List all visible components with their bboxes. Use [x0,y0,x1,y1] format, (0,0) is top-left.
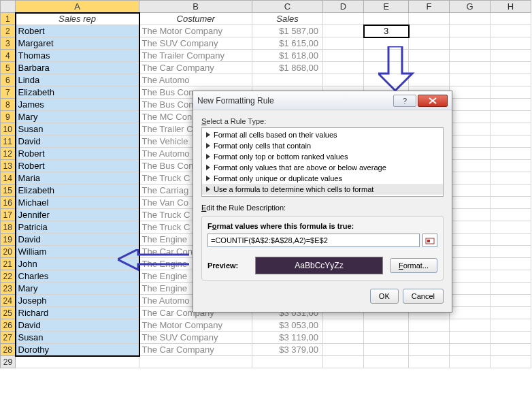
rule-type-item[interactable]: Use a formula to determine which cells t… [202,184,443,195]
cell[interactable]: The SUV Company [139,37,252,50]
cell[interactable] [450,221,491,234]
dialog-titlebar[interactable]: New Formatting Rule ? [193,91,452,110]
cell[interactable] [491,246,531,258]
cell[interactable]: William [16,246,139,258]
cell[interactable]: David [16,135,139,148]
row-header[interactable]: 26 [1,319,16,332]
cell[interactable] [491,13,531,25]
cell[interactable] [323,344,364,356]
cell[interactable] [252,356,323,368]
row-header[interactable]: 16 [1,197,16,209]
column-header-D[interactable]: D [323,1,364,13]
cell[interactable] [491,25,531,37]
cell[interactable] [323,319,364,332]
cell[interactable] [450,172,491,185]
cell[interactable] [323,62,364,74]
cell[interactable] [252,74,323,86]
row-header[interactable]: 13 [1,160,16,172]
row-header[interactable]: 28 [1,344,16,356]
cell[interactable] [491,99,531,111]
cell[interactable] [450,111,491,123]
cell[interactable]: Michael [16,197,139,209]
cell[interactable] [491,50,531,62]
cell[interactable]: James [16,99,139,111]
cell[interactable]: Patricia [16,221,139,234]
cell[interactable] [450,356,491,368]
cell[interactable]: John [16,258,139,270]
cell[interactable]: Susan [16,123,139,135]
cell[interactable] [409,50,450,62]
cell[interactable] [491,221,531,234]
cell[interactable] [364,74,409,86]
row-header[interactable]: 29 [1,356,16,368]
cell[interactable]: Costumer [139,13,252,25]
cell[interactable] [409,37,450,50]
cell[interactable]: David [16,319,139,332]
cell[interactable] [364,62,409,74]
cell[interactable]: $3 053,00 [252,319,323,332]
cell[interactable]: Margaret [16,37,139,50]
cell[interactable] [409,332,450,344]
cell[interactable] [491,135,531,148]
cell[interactable] [364,13,409,25]
row-header[interactable]: 5 [1,62,16,74]
cell[interactable] [450,50,491,62]
rule-type-list[interactable]: Format all cells based on their valuesFo… [201,127,444,197]
cell[interactable]: Maria [16,172,139,185]
cell[interactable]: Mary [16,283,139,295]
cell[interactable]: $1 618,00 [252,50,323,62]
cell-E2[interactable]: 3 [364,25,409,37]
cell[interactable]: Richard [16,307,139,319]
row-header[interactable]: 22 [1,270,16,283]
cell[interactable] [450,37,491,50]
cell[interactable] [364,37,409,50]
cell[interactable]: The Automo [139,74,252,86]
cell[interactable] [491,86,531,99]
cell[interactable]: Barbara [16,62,139,74]
cell[interactable] [491,307,531,319]
cell[interactable] [450,86,491,99]
cell[interactable] [450,234,491,246]
row-header[interactable]: 10 [1,123,16,135]
column-header-E[interactable]: E [364,1,409,13]
rule-type-item[interactable]: Format all cells based on their values [202,129,443,140]
cell[interactable] [364,344,409,356]
cell[interactable]: Mary [16,111,139,123]
cell[interactable] [491,62,531,74]
ok-button[interactable]: OK [370,289,399,304]
cell[interactable]: Robert [16,25,139,37]
cell[interactable] [450,258,491,270]
cell[interactable] [323,74,364,86]
cell[interactable] [409,344,450,356]
cell[interactable] [450,148,491,160]
column-header-A[interactable]: A [16,1,139,13]
cell[interactable]: The Car Company [139,62,252,74]
cell[interactable] [491,258,531,270]
cell[interactable]: $1 868,00 [252,62,323,74]
cell[interactable] [450,197,491,209]
row-header[interactable]: 8 [1,99,16,111]
cell[interactable]: Susan [16,332,139,344]
row-header[interactable]: 17 [1,209,16,221]
cell[interactable] [491,123,531,135]
cell[interactable] [491,234,531,246]
cell[interactable] [450,160,491,172]
cell[interactable]: The Trailer Company [139,50,252,62]
formula-input[interactable] [207,234,420,247]
cell[interactable]: $1 587,00 [252,25,323,37]
cell[interactable]: Dorothy [16,344,139,356]
cell[interactable] [491,295,531,307]
cell[interactable]: Joseph [16,295,139,307]
cell[interactable] [450,62,491,74]
cell[interactable] [450,344,491,356]
cell[interactable] [139,356,252,368]
cell[interactable] [409,25,450,37]
row-header[interactable]: 14 [1,172,16,185]
cell[interactable] [450,246,491,258]
cell[interactable] [491,344,531,356]
row-header[interactable]: 12 [1,148,16,160]
cell[interactable]: The Motor Company [139,25,252,37]
cell[interactable]: $3 119,00 [252,332,323,344]
cell[interactable]: Jennifer [16,209,139,221]
cell[interactable] [450,319,491,332]
